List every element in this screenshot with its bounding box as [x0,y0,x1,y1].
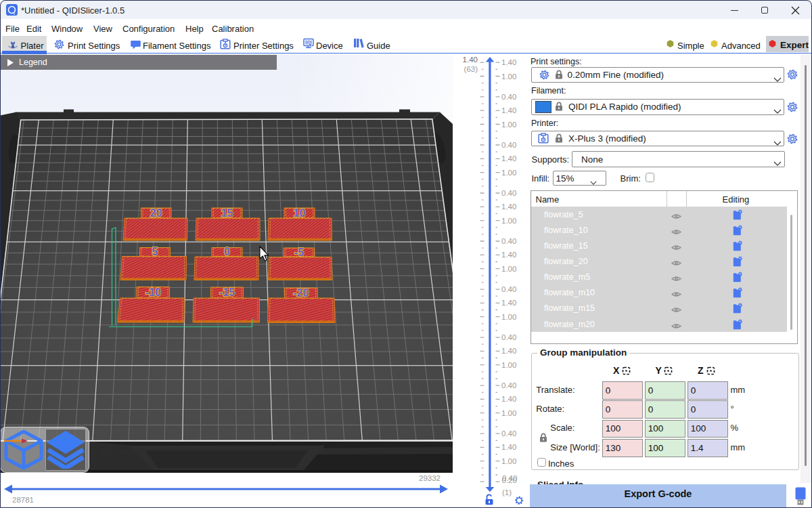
svg-text:5: 5 [152,246,158,257]
svg-text:1.00: 1.00 [501,361,516,369]
svg-text:1.40: 1.40 [501,203,516,211]
svg-text:0.40: 0.40 [501,429,516,438]
svg-text:1.40: 1.40 [463,56,478,64]
svg-text:0.40: 0.40 [501,333,516,341]
svg-text:0: 0 [224,246,230,257]
svg-text:1.40: 1.40 [501,395,516,403]
svg-text:0.20: 0.20 [502,476,517,484]
svg-text:(63): (63) [464,65,478,73]
svg-text:15: 15 [221,207,233,219]
svg-text:1.40: 1.40 [501,106,516,114]
svg-text:10: 10 [294,207,306,219]
svg-text:20: 20 [150,207,162,219]
svg-text:1.00: 1.00 [501,72,516,81]
svg-text:1.00: 1.00 [501,121,516,129]
svg-text:1.00: 1.00 [501,265,516,273]
svg-text:0.40: 0.40 [501,141,516,149]
svg-text:1.40: 1.40 [501,347,516,355]
svg-text:1.00: 1.00 [501,457,516,465]
svg-text:0.40: 0.40 [501,381,516,389]
svg-text:0.40: 0.40 [501,285,516,293]
svg-text:1.40: 1.40 [501,251,516,259]
svg-text:0.40: 0.40 [501,93,516,101]
svg-text:1.40: 1.40 [501,58,516,66]
svg-text:1.00: 1.00 [501,313,516,321]
svg-text:1.00: 1.00 [501,409,516,417]
svg-text:1.00: 1.00 [501,217,516,225]
svg-text:-20: -20 [293,287,309,299]
svg-text:-10: -10 [145,287,161,298]
svg-text:(1): (1) [502,488,512,496]
svg-text:0.40: 0.40 [501,189,516,197]
svg-text:-5: -5 [294,247,304,258]
svg-text:1.00: 1.00 [501,169,516,177]
svg-text:1.40: 1.40 [501,299,516,307]
svg-text:0.40: 0.40 [501,237,516,245]
svg-text:1.40: 1.40 [501,443,516,451]
svg-text:-15: -15 [219,287,235,298]
svg-text:1.40: 1.40 [501,154,516,163]
